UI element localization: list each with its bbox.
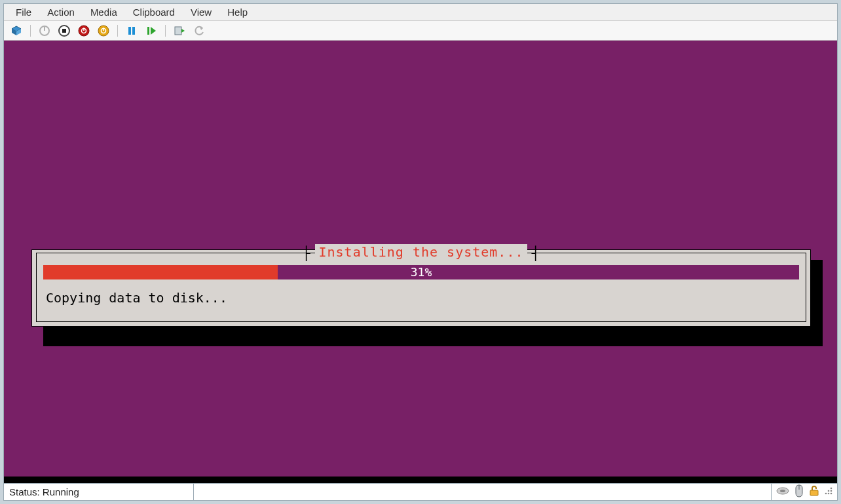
svg-point-21 bbox=[780, 490, 785, 492]
svg-point-28 bbox=[828, 493, 830, 495]
power-on-icon[interactable] bbox=[56, 23, 73, 39]
status-text: Status: Running bbox=[4, 484, 194, 500]
mouse-icon[interactable] bbox=[794, 484, 804, 499]
pause-icon[interactable] bbox=[123, 23, 140, 39]
shutdown-icon[interactable] bbox=[75, 23, 92, 39]
progress-percent-label: 31% bbox=[43, 265, 799, 279]
status-empty-cell bbox=[194, 484, 772, 500]
menu-view[interactable]: View bbox=[183, 5, 219, 19]
reset-icon[interactable] bbox=[95, 23, 112, 39]
svg-rect-23 bbox=[810, 490, 818, 495]
checkpoint-icon[interactable] bbox=[171, 23, 188, 39]
menu-media[interactable]: Media bbox=[83, 5, 125, 19]
svg-point-25 bbox=[828, 490, 830, 492]
installer-inner-frame: ├Installing the system...┤ 31% Copying d… bbox=[36, 253, 806, 322]
toolbar bbox=[4, 21, 837, 41]
menu-bar: File Action Media Clipboard View Help bbox=[4, 4, 837, 21]
toolbar-separator bbox=[117, 25, 118, 37]
revert-icon[interactable] bbox=[191, 23, 208, 39]
installer-status-text: Copying data to disk... bbox=[43, 290, 799, 306]
hyperv-window: File Action Media Clipboard View Help bbox=[3, 3, 838, 501]
svg-rect-13 bbox=[128, 27, 131, 35]
start-icon[interactable] bbox=[143, 23, 160, 39]
svg-point-27 bbox=[825, 493, 827, 495]
speaker-icon[interactable] bbox=[776, 486, 790, 498]
vm-display[interactable]: ├Installing the system...┤ 31% Copying d… bbox=[4, 41, 837, 483]
status-text-label: Status: Running bbox=[9, 486, 79, 497]
svg-rect-6 bbox=[62, 29, 66, 33]
progress-bar: 31% bbox=[43, 265, 799, 279]
svg-rect-14 bbox=[132, 27, 135, 35]
svg-point-24 bbox=[831, 488, 832, 490]
installer-title-text: Installing the system... bbox=[315, 244, 528, 260]
svg-point-29 bbox=[831, 493, 832, 495]
menu-action[interactable]: Action bbox=[39, 5, 83, 19]
menu-clipboard[interactable]: Clipboard bbox=[125, 5, 183, 19]
svg-rect-15 bbox=[147, 27, 149, 35]
installer-title: ├Installing the system...┤ bbox=[37, 244, 806, 261]
resize-grip-icon[interactable] bbox=[824, 486, 833, 497]
menu-help[interactable]: Help bbox=[219, 5, 255, 19]
toolbar-separator bbox=[165, 25, 166, 37]
status-icons bbox=[772, 484, 837, 500]
svg-marker-18 bbox=[181, 29, 185, 33]
status-bar: Status: Running bbox=[4, 483, 837, 500]
svg-rect-17 bbox=[175, 27, 181, 35]
installer-dialog: ├Installing the system...┤ 31% Copying d… bbox=[31, 249, 811, 327]
power-off-icon[interactable] bbox=[36, 23, 53, 39]
lock-icon[interactable] bbox=[808, 485, 820, 499]
toolbar-separator bbox=[30, 25, 31, 37]
menu-file[interactable]: File bbox=[8, 5, 39, 19]
svg-marker-16 bbox=[151, 27, 156, 35]
svg-point-26 bbox=[831, 490, 832, 492]
server-icon[interactable] bbox=[8, 23, 25, 39]
